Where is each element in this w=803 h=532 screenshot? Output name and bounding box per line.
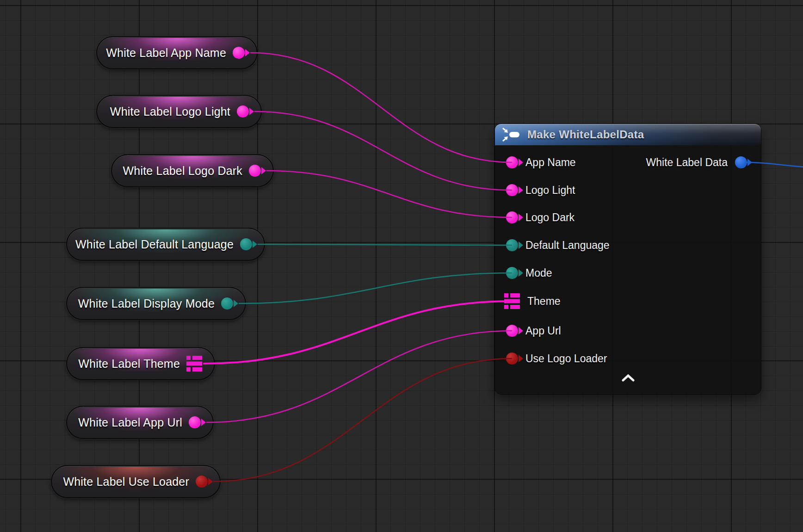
getter-label: White Label App Url bbox=[78, 416, 182, 429]
pin-label: Theme bbox=[527, 295, 561, 308]
make-struct-icon bbox=[502, 128, 521, 142]
getter-label: White Label Default Language bbox=[75, 238, 234, 251]
pin-label: App Name bbox=[525, 156, 576, 169]
getter-label: White Label Theme bbox=[78, 357, 180, 371]
getter-node-white-label-default-language[interactable]: White Label Default Language bbox=[66, 228, 265, 261]
wire-app-url[interactable] bbox=[207, 331, 512, 422]
collapse-chevron-button[interactable] bbox=[620, 374, 636, 384]
getter-node-white-label-display-mode[interactable]: White Label Display Mode bbox=[66, 287, 246, 320]
string-input-pin[interactable] bbox=[506, 156, 518, 168]
pin-label: White Label Data bbox=[646, 156, 728, 169]
input-row-use-logo-loader: Use Logo Loader bbox=[506, 351, 607, 366]
string-output-pin[interactable] bbox=[249, 165, 261, 177]
pin-label: Mode bbox=[525, 267, 552, 279]
string-input-pin[interactable] bbox=[506, 184, 518, 196]
input-row-theme: Theme bbox=[504, 293, 561, 309]
input-row-mode: Mode bbox=[506, 265, 552, 281]
getter-label: White Label Logo Light bbox=[110, 105, 230, 118]
wire-app-name[interactable] bbox=[251, 53, 512, 162]
chevron-up-icon bbox=[621, 374, 635, 384]
getter-label: White Label Display Mode bbox=[78, 297, 215, 310]
getter-node-white-label-app-url[interactable]: White Label App Url bbox=[66, 406, 214, 439]
string-input-pin[interactable] bbox=[506, 211, 518, 223]
enum-input-pin[interactable] bbox=[506, 267, 518, 279]
input-row-logo-dark: Logo Dark bbox=[506, 210, 574, 225]
getter-label: White Label Use Loader bbox=[63, 475, 189, 489]
enum-input-pin[interactable] bbox=[506, 239, 518, 251]
getter-node-white-label-theme[interactable]: White Label Theme bbox=[66, 347, 215, 380]
pin-label: Logo Dark bbox=[525, 211, 574, 224]
wire-default-language[interactable] bbox=[258, 244, 512, 245]
string-output-pin[interactable] bbox=[189, 416, 201, 428]
node-title: Make WhiteLabelData bbox=[527, 128, 644, 141]
input-row-app-url: App Url bbox=[506, 323, 561, 339]
output-row-white-label-data: White Label Data bbox=[646, 155, 747, 170]
make-whitelabeldata-node[interactable]: Make WhiteLabelData App Name Logo Light … bbox=[495, 124, 761, 394]
bool-output-pin[interactable] bbox=[196, 476, 208, 488]
struct-output-pin[interactable] bbox=[735, 156, 747, 168]
struct-pin-icon[interactable] bbox=[504, 293, 520, 309]
wire-use-loader[interactable] bbox=[214, 359, 512, 482]
string-output-pin[interactable] bbox=[237, 105, 249, 118]
input-row-app-name: App Name bbox=[506, 155, 576, 170]
wire-mode[interactable] bbox=[239, 273, 512, 303]
getter-label: White Label Logo Dark bbox=[123, 164, 242, 178]
input-row-logo-light: Logo Light bbox=[506, 182, 575, 198]
enum-output-pin[interactable] bbox=[240, 238, 252, 250]
string-input-pin[interactable] bbox=[506, 325, 518, 337]
struct-pin-icon[interactable] bbox=[186, 356, 202, 371]
pin-label: Default Language bbox=[525, 239, 610, 252]
pin-label: Logo Light bbox=[525, 184, 575, 197]
wire-theme[interactable] bbox=[204, 301, 512, 364]
pin-label: Use Logo Loader bbox=[525, 353, 607, 365]
getter-node-white-label-logo-light[interactable]: White Label Logo Light bbox=[96, 95, 262, 128]
getter-label: White Label App Name bbox=[106, 46, 226, 60]
input-row-default-language: Default Language bbox=[506, 237, 610, 253]
enum-output-pin[interactable] bbox=[221, 297, 233, 309]
getter-node-white-label-logo-dark[interactable]: White Label Logo Dark bbox=[111, 154, 274, 187]
pin-label: App Url bbox=[525, 325, 561, 337]
node-header[interactable]: Make WhiteLabelData bbox=[495, 124, 761, 145]
blueprint-graph-canvas[interactable]: White Label App Name White Label Logo Li… bbox=[0, 0, 803, 532]
wire-logo-dark[interactable] bbox=[267, 171, 512, 217]
wire-logo-light[interactable] bbox=[255, 111, 512, 190]
getter-node-white-label-use-loader[interactable]: White Label Use Loader bbox=[51, 465, 221, 498]
getter-node-white-label-app-name[interactable]: White Label App Name bbox=[96, 36, 258, 69]
string-output-pin[interactable] bbox=[233, 47, 245, 59]
bool-input-pin[interactable] bbox=[506, 353, 518, 365]
